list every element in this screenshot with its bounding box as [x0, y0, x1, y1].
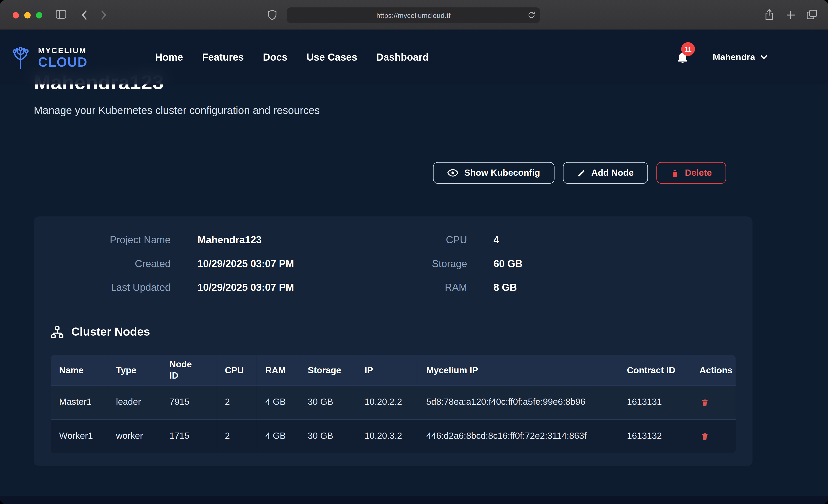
cell-type: worker	[108, 419, 161, 453]
zoom-button[interactable]	[36, 12, 42, 18]
detail-row: Created 10/29/2025 03:07 PM	[51, 256, 393, 272]
cell-contract-id: 1613131	[618, 385, 691, 419]
col-cpu: CPU	[216, 355, 257, 385]
nav-dashboard[interactable]: Dashboard	[376, 51, 428, 63]
cluster-actions: Show Kubeconfig Add Node Delete	[34, 162, 726, 183]
close-button[interactable]	[13, 12, 19, 18]
add-node-label: Add Node	[591, 168, 633, 178]
page-subtitle: Manage your Kubernetes cluster configura…	[34, 104, 752, 117]
table-row: Worker1 worker 1715 2 4 GB 30 GB 10.20.3…	[51, 419, 736, 453]
cell-mycelium-ip: 5d8:78ea:a120:f40c:ff0f:a5fe:99e6:8b96	[418, 385, 618, 419]
show-kubeconfig-button[interactable]: Show Kubeconfig	[433, 162, 554, 183]
forward-button[interactable]	[101, 10, 107, 20]
cell-contract-id: 1613132	[618, 419, 691, 453]
details-right: CPU 4 Storage 60 GB RAM 8 GB	[393, 232, 736, 296]
share-icon[interactable]	[764, 8, 774, 21]
delete-cluster-button[interactable]: Delete	[656, 162, 726, 183]
detail-label: CPU	[393, 234, 467, 246]
cluster-nodes-title: Cluster Nodes	[71, 325, 150, 339]
page-footer-strip	[0, 496, 828, 504]
detail-row: RAM 8 GB	[393, 280, 736, 296]
cell-mycelium-ip: 446:d2a6:8bcd:8c16:ff0f:72e2:3114:863f	[418, 419, 618, 453]
new-tab-icon[interactable]	[786, 10, 795, 19]
col-storage: Storage	[299, 355, 356, 385]
cell-ram: 4 GB	[257, 419, 299, 453]
mycelium-logo-icon	[8, 45, 33, 69]
trash-icon	[700, 432, 708, 440]
cell-name: Worker1	[51, 419, 108, 453]
nodes-table: Name Type Node ID CPU RAM Storage IP Myc…	[51, 355, 736, 453]
header-right: 11 Mahendra	[676, 51, 767, 64]
cell-type: leader	[108, 385, 161, 419]
cluster-card: Project Name Mahendra123 Created 10/29/2…	[34, 216, 752, 466]
user-menu[interactable]: Mahendra	[713, 52, 767, 62]
row-delete-button[interactable]	[700, 431, 710, 441]
sidebar-toggle-button[interactable]	[55, 9, 67, 19]
browser-window: https://myceliumcloud.tf Mahendra123	[0, 0, 828, 504]
col-node-id: Node ID	[161, 355, 216, 385]
cell-node-id: 1715	[161, 419, 216, 453]
cell-cpu: 2	[216, 385, 257, 419]
cell-storage: 30 GB	[299, 419, 356, 453]
notifications-button[interactable]: 11	[676, 51, 689, 64]
add-node-button[interactable]: Add Node	[563, 162, 648, 183]
detail-row: Project Name Mahendra123	[51, 232, 393, 248]
site-header: MYCELIUM CLOUD Home Features Docs Use Ca…	[0, 30, 828, 85]
nav-features[interactable]: Features	[202, 51, 244, 63]
main-content: Manage your Kubernetes cluster configura…	[0, 30, 828, 466]
user-name: Mahendra	[713, 52, 755, 62]
col-actions: Actions	[691, 355, 736, 385]
main-nav: Home Features Docs Use Cases Dashboard	[155, 51, 428, 63]
nav-home[interactable]: Home	[155, 51, 183, 63]
table-row: Master1 leader 7915 2 4 GB 30 GB 10.20.2…	[51, 385, 736, 419]
col-mycelium-ip: Mycelium IP	[418, 355, 618, 385]
detail-value: 8 GB	[493, 282, 517, 294]
cell-ip: 10.20.3.2	[356, 419, 418, 453]
notification-badge: 11	[681, 42, 695, 56]
nav-docs[interactable]: Docs	[263, 51, 288, 63]
cluster-nodes-heading: Cluster Nodes	[51, 324, 736, 340]
reload-icon[interactable]	[528, 11, 535, 19]
address-bar[interactable]: https://myceliumcloud.tf	[287, 7, 540, 23]
col-ram: RAM	[257, 355, 299, 385]
brand-name-top: MYCELIUM	[38, 46, 88, 54]
detail-value: Mahendra123	[197, 234, 261, 246]
detail-value: 60 GB	[493, 258, 522, 270]
cluster-table-body: Master1 leader 7915 2 4 GB 30 GB 10.20.2…	[51, 385, 736, 453]
privacy-shield-icon[interactable]	[267, 9, 277, 20]
show-kubeconfig-label: Show Kubeconfig	[464, 168, 540, 178]
url-text: https://myceliumcloud.tf	[376, 11, 451, 19]
cell-ip: 10.20.2.2	[356, 385, 418, 419]
nav-use-cases[interactable]: Use Cases	[306, 51, 357, 63]
cell-storage: 30 GB	[299, 385, 356, 419]
detail-label: Storage	[393, 258, 467, 270]
window-controls	[13, 12, 42, 18]
cell-actions	[691, 419, 736, 453]
back-button[interactable]	[81, 10, 87, 20]
detail-row: CPU 4	[393, 232, 736, 248]
eye-icon	[448, 169, 458, 177]
col-ip: IP	[356, 355, 418, 385]
detail-row: Storage 60 GB	[393, 256, 736, 272]
minimize-button[interactable]	[24, 12, 31, 18]
cell-node-id: 7915	[161, 385, 216, 419]
row-delete-button[interactable]	[700, 397, 710, 407]
tab-overview-icon[interactable]	[806, 9, 818, 19]
chevron-down-icon	[760, 55, 767, 60]
detail-label: Created	[51, 258, 171, 270]
col-contract-id: Contract ID	[618, 355, 691, 385]
trash-icon	[700, 398, 708, 406]
detail-label: Project Name	[51, 234, 171, 246]
detail-row: Last Updated 10/29/2025 03:07 PM	[51, 280, 393, 296]
delete-label: Delete	[685, 168, 712, 178]
detail-value: 4	[493, 234, 499, 246]
detail-label: RAM	[393, 282, 467, 294]
web-page: Mahendra123 MYCELIUM	[0, 30, 828, 504]
cell-actions	[691, 385, 736, 419]
brand-logo[interactable]: MYCELIUM CLOUD	[8, 45, 88, 69]
details-left: Project Name Mahendra123 Created 10/29/2…	[51, 232, 393, 296]
table-header-row: Name Type Node ID CPU RAM Storage IP Myc…	[51, 355, 736, 385]
trash-icon	[671, 169, 679, 177]
cell-ram: 4 GB	[257, 385, 299, 419]
brand-wordmark: MYCELIUM CLOUD	[38, 46, 88, 69]
